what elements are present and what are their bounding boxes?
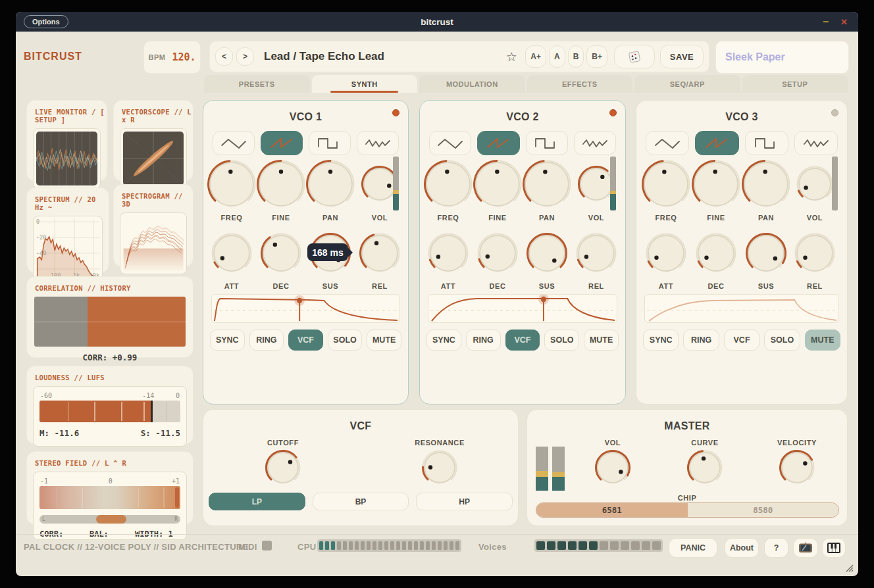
vco2-wave-saw-button[interactable] bbox=[477, 131, 519, 155]
ab-copy-b-button[interactable]: B+ bbox=[586, 45, 607, 68]
spectrum-ytick-20: -20 bbox=[36, 234, 46, 241]
preset-next-button[interactable]: > bbox=[236, 47, 254, 66]
vco3-vcf-button[interactable]: VCF bbox=[724, 330, 759, 351]
tab-modulation[interactable]: MODULATION bbox=[419, 75, 525, 93]
save-button[interactable]: SAVE bbox=[660, 45, 704, 68]
help-button[interactable]: ? bbox=[764, 538, 788, 558]
vco3-att-knob[interactable] bbox=[645, 232, 687, 277]
chip-6581-button[interactable]: 6581 bbox=[536, 503, 688, 517]
vco2-freq-knob[interactable] bbox=[423, 159, 473, 212]
balance-handle[interactable] bbox=[96, 515, 126, 524]
resize-grip[interactable] bbox=[842, 561, 854, 573]
randomize-dice-button[interactable] bbox=[614, 45, 655, 68]
vco3-title: VCO 3 bbox=[636, 111, 847, 123]
vco1-rel-knob[interactable] bbox=[359, 232, 401, 277]
vco2-dec-knob[interactable] bbox=[476, 232, 519, 277]
filter-bp-button[interactable]: BP bbox=[313, 493, 409, 510]
filter-hp-button[interactable]: HP bbox=[416, 493, 513, 510]
preset-prev-button[interactable]: < bbox=[215, 47, 233, 66]
vco3-freq-knob[interactable] bbox=[641, 159, 691, 212]
balance-slider[interactable]: L R bbox=[39, 515, 180, 524]
chip-8580-button[interactable]: 8580 bbox=[688, 503, 839, 517]
theme-select[interactable]: Sleek Paper bbox=[715, 41, 849, 74]
vco1-freq-knob[interactable] bbox=[207, 159, 257, 212]
vco1-panel: VCO 1 FREQ FINE PAN VOL ATT DEC SUS REL bbox=[203, 100, 409, 404]
midi-activity-indicator bbox=[262, 541, 272, 551]
vco3-fine-knob[interactable] bbox=[691, 159, 741, 212]
meter-segment bbox=[396, 541, 400, 550]
vco2-vcf-button[interactable]: VCF bbox=[505, 330, 540, 351]
vco2-solo-button[interactable]: SOLO bbox=[544, 330, 579, 351]
spectrum-ytick-40: -40 bbox=[36, 250, 46, 257]
minimize-button[interactable]: – bbox=[823, 16, 829, 27]
ab-b-button[interactable]: B bbox=[568, 45, 584, 68]
tab-presets[interactable]: PRESETS bbox=[204, 75, 310, 93]
tab-setup[interactable]: SETUP bbox=[742, 75, 848, 93]
live-monitor-title[interactable]: LIVE MONITOR / [ SETUP ] bbox=[35, 108, 107, 124]
master-panel: MASTER VOL CURVE VELOCITY CHIP 6581 8580 bbox=[527, 409, 848, 526]
ab-copy-a-button[interactable]: A+ bbox=[525, 45, 546, 68]
vco2-wave-triangle-button[interactable] bbox=[429, 131, 471, 155]
tab-seqarp[interactable]: SEQ/ARP bbox=[634, 75, 740, 93]
vco1-sync-button[interactable]: SYNC bbox=[210, 330, 245, 351]
vco3-dec-knob[interactable] bbox=[695, 232, 737, 277]
cutoff-knob[interactable] bbox=[265, 449, 301, 489]
vco1-dec-knob[interactable] bbox=[260, 232, 302, 277]
vco2-rel-knob[interactable] bbox=[575, 232, 617, 277]
tab-effects[interactable]: EFFECTS bbox=[527, 75, 633, 93]
master-curve-knob[interactable] bbox=[686, 449, 723, 489]
monitor-button[interactable] bbox=[793, 538, 818, 558]
vco2-pan-knob[interactable] bbox=[522, 159, 572, 212]
vco2-mute-button[interactable]: MUTE bbox=[584, 330, 619, 351]
preset-name[interactable]: Lead / Tape Echo Lead bbox=[264, 50, 384, 63]
vco2-att-knob[interactable] bbox=[427, 232, 469, 277]
vco3-pan-knob[interactable] bbox=[741, 159, 791, 212]
tab-synth[interactable]: SYNTH bbox=[312, 75, 418, 93]
keyboard-button[interactable] bbox=[822, 538, 846, 558]
vco1-wave-noise-button[interactable] bbox=[357, 131, 399, 155]
close-button[interactable]: ✕ bbox=[840, 17, 848, 27]
filter-lp-button[interactable]: LP bbox=[209, 493, 305, 510]
vco3-mute-button[interactable]: MUTE bbox=[805, 330, 840, 351]
master-velocity-knob[interactable] bbox=[779, 449, 815, 489]
vco2-sync-button[interactable]: SYNC bbox=[426, 330, 461, 351]
vco3-sync-button[interactable]: SYNC bbox=[643, 330, 679, 351]
vco2-fine-knob[interactable] bbox=[473, 159, 523, 212]
tv-icon bbox=[798, 542, 813, 554]
master-vol-knob[interactable] bbox=[594, 449, 631, 489]
vco3-vol-knob[interactable] bbox=[796, 165, 834, 206]
vco2-wave-pulse-button[interactable] bbox=[526, 131, 568, 155]
vco1-fine-knob[interactable] bbox=[256, 159, 306, 212]
vco1-pan-knob[interactable] bbox=[305, 159, 355, 212]
bpm-value[interactable]: 120. bbox=[172, 51, 195, 63]
favorite-star-icon[interactable]: ☆ bbox=[500, 45, 523, 68]
vco1-vcf-button[interactable]: VCF bbox=[288, 330, 323, 351]
vco3-rel-knob[interactable] bbox=[794, 232, 836, 277]
vco3-wave-noise-button[interactable] bbox=[794, 131, 838, 155]
correlation-history-bar bbox=[34, 297, 186, 347]
vco2-sus-knob[interactable] bbox=[526, 232, 568, 277]
vco3-ring-button[interactable]: RING bbox=[683, 330, 719, 351]
vco1-wave-triangle-button[interactable] bbox=[213, 131, 255, 155]
vco1-ring-button[interactable]: RING bbox=[249, 330, 284, 351]
resonance-knob[interactable] bbox=[421, 449, 458, 489]
about-button[interactable]: About bbox=[725, 538, 759, 558]
vco1-wave-saw-button[interactable] bbox=[261, 131, 303, 155]
vco2-wave-noise-button[interactable] bbox=[574, 131, 616, 155]
vco1-att-knob[interactable] bbox=[211, 232, 253, 277]
vco1-att-label: ATT bbox=[207, 282, 257, 290]
ab-a-button[interactable]: A bbox=[549, 45, 565, 68]
vco3-wave-triangle-button[interactable] bbox=[646, 131, 689, 155]
vco1-wave-pulse-button[interactable] bbox=[309, 131, 351, 155]
vco2-ring-button[interactable]: RING bbox=[466, 330, 501, 351]
vco3-solo-button[interactable]: SOLO bbox=[764, 330, 800, 351]
vco1-mute-button[interactable]: MUTE bbox=[367, 330, 401, 351]
spectrum-ytick-0: 0 bbox=[36, 218, 39, 225]
meter-segment bbox=[384, 541, 388, 550]
vco3-wave-pulse-button[interactable] bbox=[745, 131, 788, 155]
panic-button[interactable]: PANIC bbox=[669, 538, 717, 558]
bpm-box[interactable]: BPM 120. bbox=[143, 41, 201, 74]
vco1-solo-button[interactable]: SOLO bbox=[328, 330, 363, 351]
vco3-wave-saw-button[interactable] bbox=[695, 131, 738, 155]
vco3-sus-knob[interactable] bbox=[745, 232, 787, 277]
